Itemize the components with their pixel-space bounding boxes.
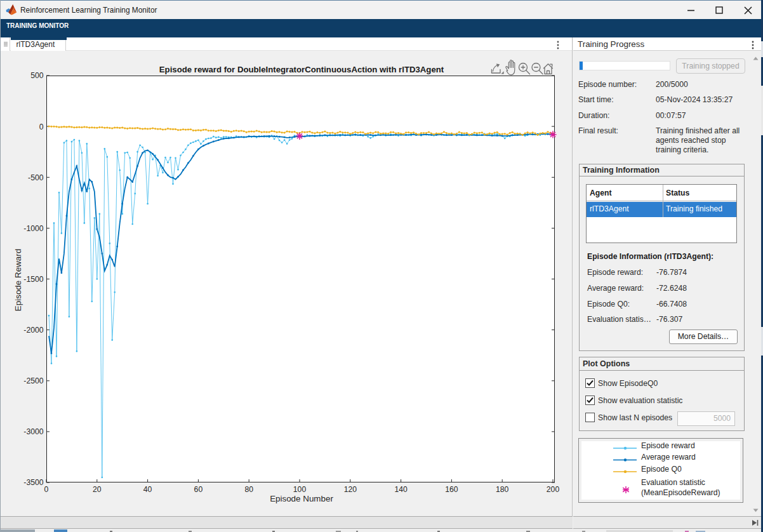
svg-text:160: 160: [445, 485, 458, 494]
svg-text:-2500: -2500: [23, 376, 43, 385]
svg-text:500: 500: [30, 71, 44, 80]
svg-text:40: 40: [143, 485, 152, 494]
svg-text:-3000: -3000: [23, 427, 43, 436]
svg-text:200: 200: [547, 485, 560, 494]
svg-text:60: 60: [194, 485, 203, 494]
svg-text:-1000: -1000: [23, 224, 43, 233]
svg-text:120: 120: [344, 485, 357, 494]
svg-text:20: 20: [93, 485, 102, 494]
svg-text:0: 0: [39, 123, 44, 131]
svg-text:100: 100: [293, 485, 307, 494]
svg-text:180: 180: [496, 485, 509, 494]
svg-text:140: 140: [394, 485, 408, 494]
svg-text:-3500: -3500: [23, 478, 43, 487]
svg-text:-500: -500: [28, 173, 44, 182]
svg-text:-2000: -2000: [23, 326, 43, 335]
svg-text:-1500: -1500: [23, 275, 43, 284]
svg-text:0: 0: [44, 485, 49, 494]
svg-text:80: 80: [244, 485, 253, 494]
